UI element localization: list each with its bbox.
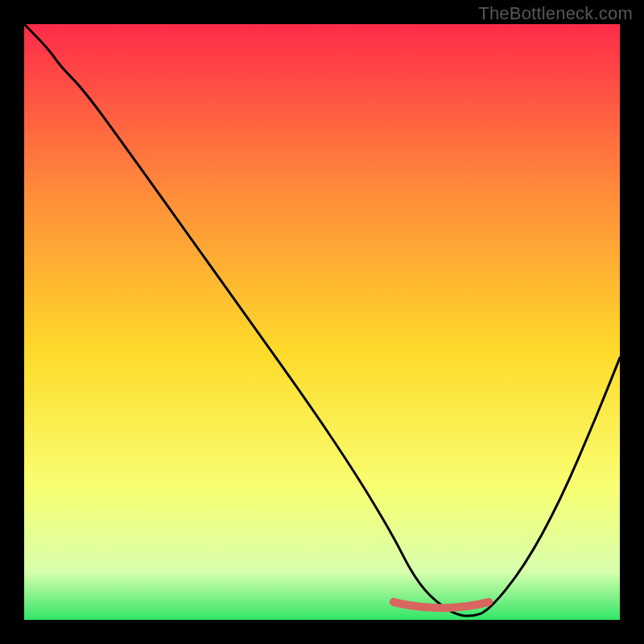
chart-frame: TheBottleneck.com — [0, 0, 644, 644]
plot-svg — [24, 24, 620, 620]
plot-area — [24, 24, 620, 620]
gradient-background — [24, 24, 620, 620]
watermark-text: TheBottleneck.com — [478, 3, 633, 24]
